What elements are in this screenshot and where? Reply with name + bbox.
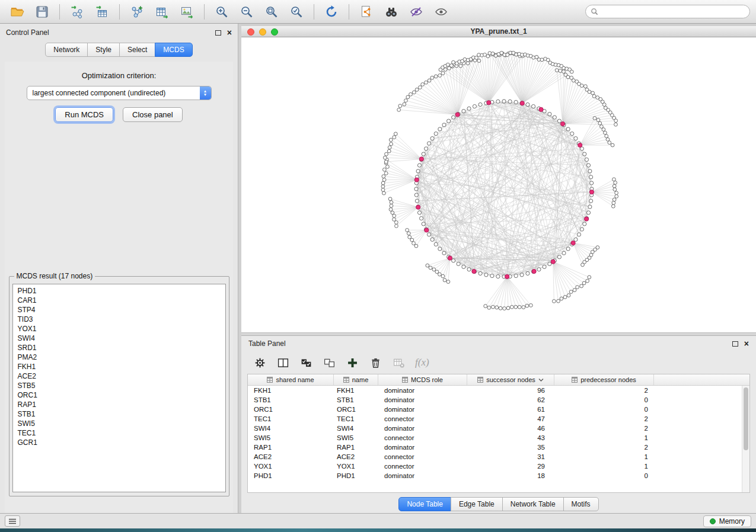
column-header-name[interactable]: name xyxy=(334,374,378,385)
mcds-result-item[interactable]: CAR1 xyxy=(13,296,225,305)
search-icon xyxy=(591,8,598,15)
mcds-result-item[interactable]: FKH1 xyxy=(13,362,225,371)
select-all-button[interactable] xyxy=(297,354,315,371)
mcds-result-item[interactable]: SWI5 xyxy=(13,419,225,428)
mcds-result-item[interactable]: SWI4 xyxy=(13,334,225,343)
minimize-window-icon[interactable] xyxy=(259,28,266,36)
export-document-button[interactable] xyxy=(355,2,378,21)
search-network-button[interactable] xyxy=(380,2,403,21)
close-panel-icon[interactable]: × xyxy=(744,341,749,347)
float-panel-icon[interactable] xyxy=(732,341,738,347)
export-image-button[interactable] xyxy=(176,2,198,21)
delete-table-icon xyxy=(393,357,405,369)
mcds-result-item[interactable]: RAP1 xyxy=(13,400,225,409)
mcds-result-item[interactable]: PHD1 xyxy=(13,286,225,296)
table-row[interactable]: ORC1ORC1dominator610 xyxy=(248,405,749,414)
apply-layout-button[interactable] xyxy=(320,2,343,21)
unchecked-boxes-icon xyxy=(323,357,336,369)
import-table-icon xyxy=(95,5,109,19)
run-mcds-button[interactable]: Run MCDS xyxy=(55,107,113,122)
optimization-criterion-label: Optimization criterion: xyxy=(82,71,157,80)
import-network-button[interactable] xyxy=(66,2,88,21)
show-column-panel-button[interactable] xyxy=(274,354,292,371)
tab-select[interactable]: Select xyxy=(119,43,155,57)
column-header-mcds-role[interactable]: MCDS role xyxy=(378,374,467,385)
table-cell: dominator xyxy=(378,472,467,479)
delete-column-button[interactable] xyxy=(366,354,384,371)
column-header-shared-name[interactable]: shared name xyxy=(248,374,334,385)
tab-network-table[interactable]: Network Table xyxy=(502,497,564,511)
network-canvas[interactable] xyxy=(241,37,756,332)
close-panel-button[interactable]: Close panel xyxy=(123,107,183,122)
new-network-button[interactable] xyxy=(126,2,148,21)
mcds-result-item[interactable]: ORC1 xyxy=(13,390,225,400)
sort-direction-chevron-icon xyxy=(538,378,544,382)
save-icon xyxy=(35,5,49,19)
show-graphics-details-button[interactable] xyxy=(430,2,452,21)
main-area: Control Panel × Network Style Select MCD… xyxy=(0,24,756,513)
scrollbar-thumb[interactable] xyxy=(744,387,748,450)
table-scrollbar[interactable] xyxy=(742,386,749,492)
network-view xyxy=(241,37,756,332)
unselect-all-button[interactable] xyxy=(320,354,338,371)
mcds-result-item[interactable]: TID3 xyxy=(13,315,225,324)
table-cell: dominator xyxy=(378,425,467,432)
table-cell: STB1 xyxy=(248,396,334,403)
table-row[interactable]: YOX1YOX1connector291 xyxy=(248,462,749,471)
hide-graphics-details-button[interactable] xyxy=(405,2,428,21)
open-session-button[interactable] xyxy=(6,2,28,21)
mcds-result-item[interactable]: STP4 xyxy=(13,305,225,315)
float-panel-icon[interactable] xyxy=(215,30,221,36)
close-window-icon[interactable] xyxy=(247,28,254,36)
zoom-out-button[interactable] xyxy=(235,2,258,21)
table-cell: 1 xyxy=(554,434,654,441)
tab-network[interactable]: Network xyxy=(45,43,88,57)
delete-table-button xyxy=(390,354,407,371)
mcds-result-item[interactable]: ACE2 xyxy=(13,371,225,381)
mcds-result-item[interactable]: GCR1 xyxy=(13,438,225,447)
table-row[interactable]: RAP1RAP1dominator352 xyxy=(248,443,749,452)
network-window-titlebar[interactable]: YPA_prune.txt_1 xyxy=(241,26,756,37)
save-session-button[interactable] xyxy=(31,2,53,21)
zoom-fit-button[interactable] xyxy=(260,2,283,21)
table-row[interactable]: SWI5SWI5connector431 xyxy=(248,433,749,443)
maximize-window-icon[interactable] xyxy=(271,28,278,36)
table-row[interactable]: STB1STB1dominator620 xyxy=(248,395,749,405)
refresh-icon xyxy=(324,5,339,19)
gear-icon xyxy=(254,357,266,369)
criterion-select[interactable]: largest connected component (undirected)… xyxy=(27,86,212,100)
table-cell: RAP1 xyxy=(334,444,378,451)
memory-button[interactable]: Memory xyxy=(703,515,751,527)
table-row[interactable]: TEC1TEC1connector472 xyxy=(248,414,749,424)
tab-style[interactable]: Style xyxy=(87,43,120,57)
table-settings-button[interactable] xyxy=(251,354,269,371)
create-column-button[interactable] xyxy=(343,354,361,371)
tab-edge-table[interactable]: Edge Table xyxy=(451,497,503,511)
mcds-result-item[interactable]: STB5 xyxy=(13,381,225,390)
tab-motifs[interactable]: Motifs xyxy=(563,497,599,511)
search-input[interactable] xyxy=(601,8,745,16)
table-cell: 35 xyxy=(467,444,554,451)
right-area: YPA_prune.txt_1 Table Panel × xyxy=(241,24,756,513)
zoom-in-button[interactable] xyxy=(210,2,233,21)
mcds-result-item[interactable]: PMA2 xyxy=(13,352,225,362)
tab-mcds[interactable]: MCDS xyxy=(155,43,192,57)
close-panel-icon[interactable]: × xyxy=(227,30,232,36)
table-row[interactable]: PHD1PHD1dominator180 xyxy=(248,471,749,480)
mcds-result-item[interactable]: YOX1 xyxy=(13,324,225,334)
table-cell: 18 xyxy=(467,472,554,479)
import-table-button[interactable] xyxy=(91,2,113,21)
mcds-result-list[interactable]: PHD1CAR1STP4TID3YOX1SWI4SRD1PMA2FKH1ACE2… xyxy=(12,284,226,492)
export-table-button[interactable] xyxy=(151,2,173,21)
table-row[interactable]: SWI4SWI4dominator462 xyxy=(248,424,749,433)
zoom-selected-button[interactable] xyxy=(285,2,308,21)
table-row[interactable]: FKH1FKH1dominator962 xyxy=(248,386,749,395)
mcds-result-item[interactable]: STB1 xyxy=(13,409,225,419)
tab-node-table[interactable]: Node Table xyxy=(398,497,451,511)
status-menu-button[interactable] xyxy=(5,515,20,527)
column-header-predecessor-nodes[interactable]: predecessor nodes xyxy=(554,374,654,385)
mcds-result-item[interactable]: SRD1 xyxy=(13,343,225,352)
column-header-successor-nodes[interactable]: successor nodes xyxy=(467,374,554,385)
mcds-result-item[interactable]: TEC1 xyxy=(13,428,225,438)
table-row[interactable]: ACE2ACE2connector311 xyxy=(248,452,749,462)
